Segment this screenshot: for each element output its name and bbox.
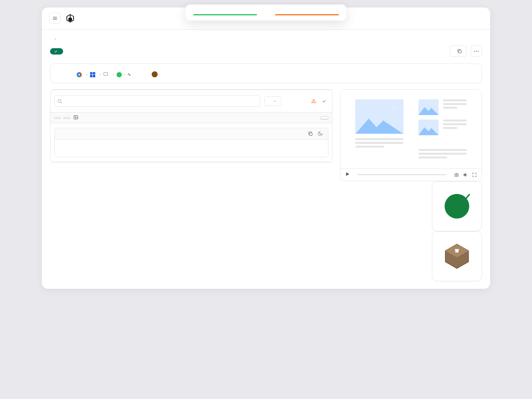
svg-rect-7 [104, 72, 108, 75]
mocha-card [432, 231, 482, 281]
svg-marker-16 [418, 107, 439, 115]
svg-line-9 [61, 102, 62, 103]
svg-point-8 [58, 99, 61, 102]
copy-icon[interactable] [308, 131, 313, 136]
show-table-button[interactable] [320, 116, 328, 120]
svg-rect-23 [455, 250, 459, 252]
fullscreen-icon[interactable] [472, 172, 477, 177]
placeholder-image [418, 120, 439, 135]
menu-button[interactable] [49, 13, 61, 24]
svg-rect-24 [455, 249, 459, 250]
placeholder-image [355, 99, 403, 134]
resolution-icon [103, 71, 108, 78]
status-msg-pill [64, 117, 70, 119]
svg-marker-18 [346, 172, 349, 176]
svg-point-19 [456, 174, 457, 176]
status-badge [50, 48, 63, 55]
svg-rect-3 [459, 50, 461, 53]
selenium-card [432, 181, 482, 231]
chevron-right-icon [53, 37, 58, 43]
theme-icon[interactable] [318, 131, 323, 136]
more-button[interactable] [471, 46, 482, 57]
failed-count [311, 99, 318, 103]
mocha-logo [443, 242, 471, 270]
search-input[interactable] [54, 95, 260, 107]
command-detail-bar [50, 112, 332, 123]
svg-marker-17 [418, 127, 439, 135]
svg-point-6 [477, 51, 478, 52]
video-controls [340, 168, 482, 181]
brand-logo [66, 14, 75, 23]
svg-point-13 [75, 117, 75, 117]
chevron-down-icon [273, 99, 276, 103]
location-icon [117, 72, 122, 77]
play-button[interactable] [345, 171, 350, 178]
user-value [152, 71, 160, 77]
svg-rect-14 [310, 133, 312, 136]
camera-icon[interactable] [454, 172, 459, 177]
network-icon: ∿ [127, 72, 131, 77]
passed-count [322, 99, 328, 103]
test-id-button[interactable] [450, 46, 467, 57]
status-code-pill [54, 117, 61, 119]
avatar-icon [152, 71, 158, 77]
video-player [340, 89, 482, 181]
copy-icon [457, 49, 462, 54]
video-scrubber[interactable] [358, 174, 446, 175]
payload-panel [54, 128, 328, 157]
svg-marker-20 [464, 173, 466, 176]
svg-marker-15 [355, 118, 403, 134]
view-dropdown[interactable] [264, 96, 281, 106]
video-frame [340, 90, 482, 168]
placeholder-image [418, 99, 439, 115]
breadcrumb [50, 37, 482, 43]
svg-point-4 [474, 51, 475, 52]
volume-icon[interactable] [463, 172, 468, 177]
chrome-icon [77, 72, 82, 77]
image-icon[interactable] [73, 115, 78, 121]
svg-point-5 [476, 51, 477, 52]
windows-icon [90, 72, 95, 77]
search-icon [57, 99, 62, 104]
svg-point-11 [313, 102, 314, 102]
config-value: • • • • ∿ [77, 71, 133, 78]
check-icon [462, 193, 470, 201]
meta-card: • • • • ∿ [50, 64, 482, 83]
stats-popup [186, 4, 346, 21]
commands-panel [50, 89, 332, 163]
